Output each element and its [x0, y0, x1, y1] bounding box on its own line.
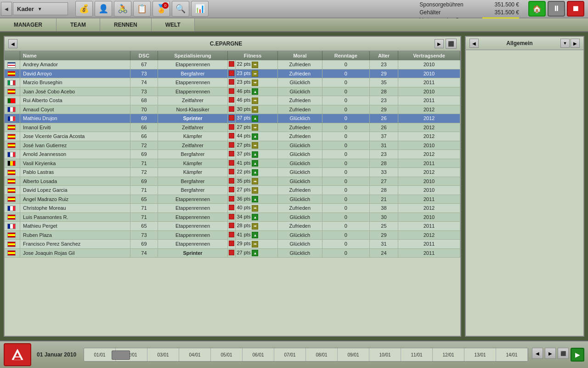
tab-team[interactable]: TEAM [57, 18, 100, 31]
right-panel-header: ◀ Allgemein ▼ ▶ [466, 37, 583, 50]
moral-value: Glücklich [277, 213, 322, 222]
dsc-value: 65 [130, 222, 158, 231]
table-row[interactable]: Marzio Bruseghin74Etappenrennen23 pts➡Gl… [5, 78, 460, 87]
timeline-marker: 13/01 [464, 348, 496, 361]
table-row[interactable]: Vasil Kiryienka71Kämpfer41 pts▲Glücklich… [5, 159, 460, 168]
flag-icon [7, 178, 16, 184]
home-button[interactable]: 🏠 [528, 1, 546, 17]
player-name: Juan José Cobo Acebo [20, 87, 130, 96]
player-name: Luis Pasamontes R. [20, 213, 130, 222]
table-row[interactable]: Ruben Plaza73Etappenrennen41 pts▲Glückli… [5, 230, 460, 240]
play-button[interactable]: ▶ [571, 348, 584, 362]
table-row[interactable]: Jose Joaquin Rojas Gil74Sprinter27 pts▲G… [5, 248, 460, 258]
table-row[interactable]: José Ivan Gutierrez72Zeitfahrer27 pts➡Gl… [5, 141, 460, 150]
fitness-box [228, 230, 236, 240]
tab-rennen[interactable]: RENNEN [100, 18, 152, 31]
table-row[interactable]: Arnold Jeannesson69Bergfahrer37 pts▲Glüc… [5, 150, 460, 159]
table-row[interactable]: Arnaud Coyot70Nord-Klassiker30 pts➡Zufri… [5, 105, 460, 114]
fitness-box [228, 195, 236, 204]
back-arrow[interactable]: ◀ [1, 2, 12, 16]
icon-search[interactable]: 🔍 [172, 1, 189, 17]
dsc-value: 71 [130, 159, 158, 168]
timeline-marker: 07/01 [274, 348, 306, 361]
icon-bike[interactable]: 🚴 [114, 1, 131, 17]
timeline-marker: 14/01 [496, 348, 528, 361]
tab-welt[interactable]: WELT [152, 18, 195, 31]
moral-value: Glücklich [277, 195, 322, 204]
timeline-marker: 01/01 [84, 348, 116, 361]
right-dropdown-btn[interactable]: ▼ [560, 39, 570, 48]
table-row[interactable]: Juan José Cobo Acebo73Etappenrennen46 pt… [5, 87, 460, 96]
arrow-up-icon: ▲ [252, 160, 258, 167]
fitness-pts: 23 pts➡ [236, 78, 277, 87]
roster-table-scroll[interactable]: Name DSC Spezialisierung Fitness Moral R… [5, 51, 460, 336]
table-row[interactable]: Rui Alberto Costa68Zeitfahrer46 pts➡Zufr… [5, 96, 460, 105]
table-row[interactable]: Angel Madrazo Ruiz65Etappenrennen36 pts▲… [5, 195, 460, 204]
moral-value: Glücklich [277, 248, 322, 258]
table-row[interactable]: David Lopez Garcia71Bergfahrer27 pts➡Zuf… [5, 186, 460, 195]
panel-export-btn[interactable]: ⬛ [446, 39, 457, 49]
alter-value: 28 [369, 159, 398, 168]
spec-value: Etappenrennen [158, 240, 228, 249]
moral-value: Zufrieden [277, 204, 322, 213]
timeline-marker: 11/01 [401, 348, 433, 361]
alter-value: 38 [369, 204, 398, 213]
table-row[interactable]: David Arroyo73Bergfahrer23 pts➡Zufrieden… [5, 69, 460, 78]
player-name: Arnaud Coyot [20, 105, 130, 114]
fitness-box [228, 123, 236, 132]
icon-contract[interactable]: 📋 [133, 1, 151, 17]
timeline-marker: 10/01 [369, 348, 401, 361]
table-row[interactable]: Mathieu Drujon69Sprinter37 pts▲Glücklich… [5, 114, 460, 123]
player-name: Andrey Amador [20, 60, 130, 69]
table-row[interactable]: Mathieu Perget65Etappenrennen28 pts➡Zufr… [5, 222, 460, 231]
fitness-pts: 34 pts▲ [236, 213, 277, 222]
vertrag-value: 2012 [398, 150, 460, 159]
kader-dropdown[interactable]: Kader ▼ [13, 2, 68, 15]
fitness-pts: 29 pts➡ [236, 240, 277, 249]
arrow-neutral-icon: ➡ [252, 187, 258, 194]
arrow-up-icon: ▲ [252, 133, 258, 140]
bottom-next-btn[interactable]: ▶ [545, 348, 556, 359]
bottom-end-btn[interactable]: ⬛ [558, 348, 569, 359]
bottom-prev-btn[interactable]: ◀ [532, 348, 543, 359]
table-row[interactable]: Alberto Losada69Bergfahrer35 pts➡Glückli… [5, 177, 460, 186]
panel-next-btn[interactable]: ▶ [435, 39, 444, 48]
table-row[interactable]: Christophe Moreau71Etappenrennen40 pts➡Z… [5, 204, 460, 213]
icon-riders[interactable]: 👤 [95, 1, 112, 17]
table-row[interactable]: Luis Pasamontes R.71Etappenrennen34 pts▲… [5, 213, 460, 222]
panel-prev-btn[interactable]: ◀ [8, 39, 17, 48]
vertrag-value: 2012 [398, 168, 460, 177]
icon-report[interactable]: 📊 [191, 1, 209, 17]
table-row[interactable]: Andrey Amador67Etappenrennen22 pts➡Zufri… [5, 60, 460, 69]
right-panel-next-btn[interactable]: ▶ [571, 39, 580, 48]
player-name: Ruben Plaza [20, 230, 130, 240]
table-row[interactable]: Imanol Erviti66Zeitfahrer27 pts➡Zufriede… [5, 123, 460, 132]
spec-value: Etappenrennen [158, 213, 228, 222]
renntage-value: 0 [322, 195, 369, 204]
flag-cell [5, 87, 20, 96]
alter-value: 33 [369, 168, 398, 177]
timeline-thumb[interactable] [112, 351, 130, 360]
player-name: Mathieu Perget [20, 222, 130, 231]
pause-button[interactable]: ⏸ [548, 1, 565, 17]
moral-value: Zufrieden [277, 69, 322, 78]
renntage-value: 0 [322, 168, 369, 177]
icon-budget[interactable]: 💰 [75, 1, 93, 17]
moral-value: Zufrieden [277, 60, 322, 69]
table-row[interactable]: Jose Vicente Garcia Acosta66Kämpfer44 pt… [5, 132, 460, 141]
icon-badge[interactable]: 🏅 0 [153, 1, 170, 17]
fitness-pts: 41 pts▲ [236, 230, 277, 240]
dsc-value: 73 [130, 230, 158, 240]
roster-table: Name DSC Spezialisierung Fitness Moral R… [5, 51, 460, 258]
table-row[interactable]: Francisco Perez Sanchez69Etappenrennen29… [5, 240, 460, 249]
right-panel-prev-btn[interactable]: ◀ [469, 39, 479, 48]
timeline[interactable]: 01/0102/0103/0104/0105/0106/0107/0108/01… [84, 348, 528, 362]
vertrag-value: 2011 [398, 240, 460, 249]
player-name: Arnold Jeannesson [20, 150, 130, 159]
fitness-box [228, 105, 236, 114]
dsc-value: 69 [130, 240, 158, 249]
flag-icon [7, 170, 16, 175]
table-row[interactable]: Pablo Lastras72Kämpfer22 pts▲Glücklich03… [5, 168, 460, 177]
tab-manager[interactable]: MANAGER [0, 18, 57, 31]
stop-button[interactable]: ⏹ [567, 1, 584, 17]
